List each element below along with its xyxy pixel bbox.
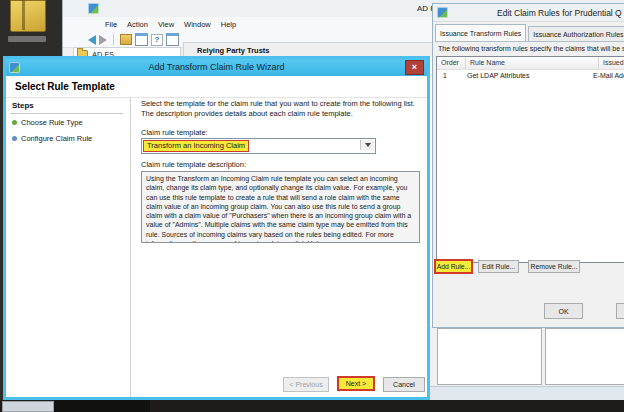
export-list-icon[interactable] (120, 34, 132, 45)
menu-view[interactable]: View (153, 18, 179, 31)
toolbar-separator (113, 34, 114, 45)
console-lower-panels (430, 326, 624, 400)
show-console-tree-icon[interactable] (135, 33, 148, 46)
forward-icon[interactable] (99, 35, 107, 45)
desktop-folder-icon[interactable] (8, 0, 48, 48)
add-transform-claim-rule-wizard: Add Transform Claim Rule Wizard × Select… (3, 56, 430, 400)
edit-rules-intro: The following transform rules specify th… (438, 45, 624, 52)
console-detail-panel-left (437, 328, 542, 385)
taskbar-start-button[interactable] (2, 401, 54, 412)
selected-template-value: Transform an Incoming Claim (143, 140, 249, 152)
edit-claim-rules-window: Edit Claim Rules for Prudential Q Issuan… (432, 3, 624, 328)
console-detail-panel-right (545, 328, 624, 385)
close-icon[interactable]: × (405, 60, 424, 75)
wizard-icon (9, 62, 20, 73)
cancel-button[interactable]: Cancel (383, 377, 425, 392)
taskbar-active-segment[interactable] (54, 400, 150, 412)
edit-rule-button[interactable]: Edit Rule... (478, 260, 519, 273)
tab-issuance-authorization-rules[interactable]: Issuance Authorization Rules (528, 26, 624, 41)
wizard-content: Select the template for the claim rule t… (131, 97, 427, 397)
step-bullet-blue (12, 136, 17, 141)
adfs-console-icon (88, 3, 99, 14)
menu-help[interactable]: Help (216, 18, 241, 31)
claim-rules-table[interactable]: Order Rule Name Issued Claims 1 Get LDAP… (436, 56, 624, 263)
folder-zipper-decoration (22, 0, 25, 30)
menu-file[interactable]: File (100, 18, 122, 31)
steps-title: Steps (12, 101, 34, 110)
edit-rules-title-bar: Edit Claim Rules for Prudential Q (433, 4, 624, 22)
step-choose-rule-type[interactable]: Choose Rule Type (12, 118, 83, 127)
help-icon[interactable]: ? (151, 34, 163, 46)
cell-rule-name: Get LDAP Attributes (461, 72, 589, 79)
wizard-page-header: Select Rule Template (6, 76, 427, 98)
step-configure-claim-rule[interactable]: Configure Claim Rule (12, 134, 92, 143)
new-window-icon[interactable] (166, 33, 179, 46)
console-status-strip (430, 386, 624, 401)
edit-rules-title: Edit Claim Rules for Prudential Q (497, 8, 622, 18)
wizard-intro-text: Select the template for the claim rule t… (141, 99, 427, 118)
template-description-box: Using the Transform an Incoming Claim ru… (141, 171, 420, 243)
edit-rules-window-icon (437, 7, 448, 18)
content-header-label: Relying Party Trusts (197, 46, 270, 55)
previous-button[interactable]: < Previous (283, 377, 329, 392)
wizard-title: Add Transform Claim Rule Wizard (6, 59, 427, 76)
steps-divider (10, 113, 123, 114)
cell-order: 1 (437, 72, 461, 79)
folder-icon (10, 0, 46, 32)
table-row[interactable]: 1 Get LDAP Attributes E-Mail Address (437, 70, 624, 81)
add-rule-button[interactable]: Add Rule... (434, 259, 473, 274)
step-bullet-green (12, 120, 17, 125)
step-label: Configure Claim Rule (21, 134, 92, 143)
step-label: Choose Rule Type (21, 118, 83, 127)
back-icon[interactable] (88, 35, 96, 45)
column-header-issued-claims[interactable]: Issued Claims (599, 57, 624, 69)
column-header-rule-name[interactable]: Rule Name (466, 57, 599, 69)
tab-issuance-transform-rules[interactable]: Issuance Transform Rules (435, 24, 526, 41)
menu-action[interactable]: Action (122, 18, 153, 31)
claim-rule-template-label: Claim rule template: (141, 128, 208, 137)
cancel-button-partial[interactable] (616, 303, 624, 319)
ok-button[interactable]: OK (544, 303, 583, 319)
tab-label: Issuance Authorization Rules (533, 31, 623, 38)
next-button[interactable]: Next > (337, 376, 375, 391)
menu-window[interactable]: Window (179, 18, 216, 31)
chevron-down-icon[interactable] (360, 140, 374, 150)
tab-label: Issuance Transform Rules (440, 30, 521, 37)
wizard-steps-panel: Steps Choose Rule Type Configure Claim R… (6, 97, 131, 397)
wizard-header-label: Select Rule Template (15, 81, 115, 92)
column-header-order[interactable]: Order (437, 57, 466, 69)
claim-rule-template-select[interactable]: Transform an Incoming Claim (141, 138, 376, 154)
cell-issued-claims: E-Mail Address (589, 72, 624, 79)
remove-rule-button[interactable]: Remove Rule... (528, 260, 580, 273)
template-description-label: Claim rule template description: (141, 160, 246, 169)
taskbar[interactable] (0, 400, 624, 412)
desktop-icon-label (8, 36, 46, 42)
wizard-title-bar: Add Transform Claim Rule Wizard × (6, 59, 427, 76)
edit-rules-tabs: Issuance Transform Rules Issuance Author… (435, 25, 624, 42)
